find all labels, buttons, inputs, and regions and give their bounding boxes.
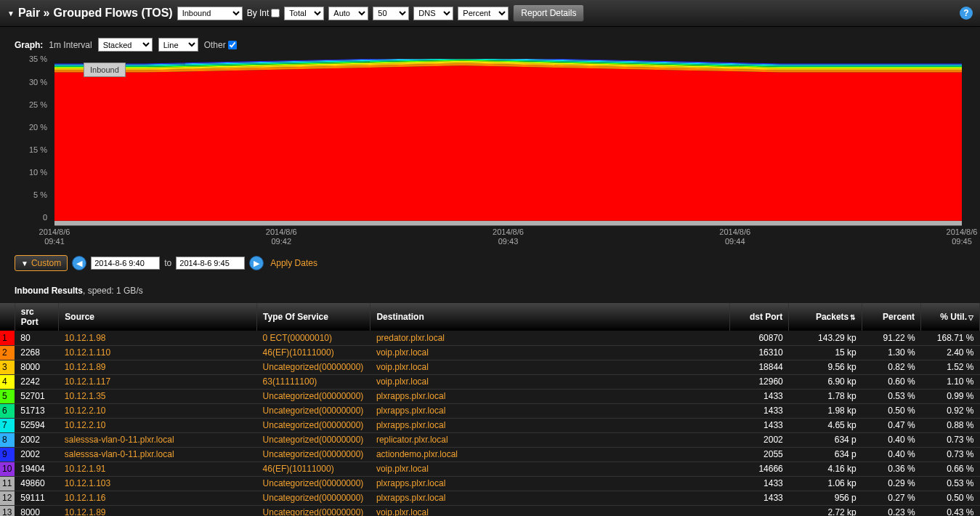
page-title[interactable]: ▼ Pair » Grouped Flows (TOS) (7, 7, 173, 20)
cell-util: 0.53 % (921, 476, 980, 491)
cell-source[interactable]: salesssa-vlan-0-11.plxr.local (59, 432, 257, 447)
cell-tos[interactable]: Uncategorized(00000000) (257, 447, 370, 461)
prev-range-button[interactable]: ◀ (72, 256, 86, 270)
cell-source[interactable]: 10.12.1.98 (59, 331, 257, 345)
custom-range-button[interactable]: ▼ Custom (15, 255, 68, 271)
ytick-label: 10 % (29, 168, 47, 177)
xtick-label: 2014/8/609:42 (266, 227, 297, 246)
limit-select[interactable]: 50 (373, 7, 409, 20)
col-srcport[interactable]: src Port (15, 303, 59, 331)
cell-source[interactable]: 10.12.2.10 (59, 418, 257, 432)
direction-select[interactable]: Inbound (177, 7, 243, 20)
col-dstport[interactable]: dst Port (730, 303, 789, 331)
table-row[interactable]: 92002salesssa-vlan-0-11.plxr.localUncate… (0, 447, 980, 461)
cell-percent: 0.47 % (862, 418, 921, 432)
to-date-input[interactable] (176, 257, 245, 270)
line-select[interactable]: Line (158, 38, 198, 52)
cell-percent: 0.40 % (862, 447, 921, 461)
cell-dest[interactable]: plxrapps.plxr.local (370, 476, 730, 491)
cell-source[interactable]: 10.12.1.91 (59, 461, 257, 476)
cell-dest[interactable]: actiondemo.plxr.local (370, 447, 730, 461)
table-row[interactable]: 4224210.12.1.11763(11111100)voip.plxr.lo… (0, 374, 980, 389)
from-date-input[interactable] (91, 257, 160, 270)
col-percent[interactable]: Percent (862, 303, 921, 331)
cell-tos[interactable]: Uncategorized(00000000) (257, 389, 370, 403)
cell-packets: 956 p (789, 491, 862, 505)
row-color-cell: 5 (0, 389, 15, 403)
row-color-cell: 8 (0, 432, 15, 447)
cell-tos[interactable]: Uncategorized(00000000) (257, 418, 370, 432)
apply-dates-link[interactable]: Apply Dates (270, 258, 317, 268)
cell-util: 0.73 % (921, 432, 980, 447)
cell-source[interactable]: 10.12.1.117 (59, 374, 257, 389)
stacked-select[interactable]: Stacked (98, 38, 153, 52)
cell-tos[interactable]: 63(11111100) (257, 374, 370, 389)
cell-source[interactable]: 10.12.1.89 (59, 505, 257, 516)
dns-select[interactable]: DNS (413, 7, 453, 20)
col-source[interactable]: Source (59, 303, 257, 331)
chart-plot[interactable]: Inbound (54, 59, 962, 226)
table-row[interactable]: 125911110.12.1.16Uncategorized(00000000)… (0, 491, 980, 505)
col-tos[interactable]: Type Of Service (257, 303, 370, 331)
table-row[interactable]: 82002salesssa-vlan-0-11.plxr.localUncate… (0, 432, 980, 447)
cell-tos[interactable]: 46(EF)(10111000) (257, 461, 370, 476)
cell-tos[interactable]: Uncategorized(00000000) (257, 476, 370, 491)
row-color-cell: 6 (0, 403, 15, 418)
cell-tos[interactable]: 0 ECT(00000010) (257, 331, 370, 345)
cell-percent: 1.30 % (862, 345, 921, 360)
cell-dest[interactable]: predator.plxr.local (370, 331, 730, 345)
cell-source[interactable]: 10.12.1.103 (59, 476, 257, 491)
col-destination[interactable]: Destination (370, 303, 730, 331)
table-row[interactable]: 114986010.12.1.103Uncategorized(00000000… (0, 476, 980, 491)
byint-checkbox[interactable] (271, 9, 280, 17)
report-details-button[interactable]: Report Details (513, 4, 584, 22)
cell-dest[interactable]: voip.plxr.local (370, 345, 730, 360)
title-prefix: Pair » (18, 7, 50, 20)
cell-util: 2.40 % (921, 345, 980, 360)
cell-dest[interactable]: plxrapps.plxr.local (370, 418, 730, 432)
table-row[interactable]: 65171310.12.2.10Uncategorized(00000000)p… (0, 403, 980, 418)
xtick-label: 2014/8/609:41 (39, 227, 70, 246)
cell-tos[interactable]: Uncategorized(00000000) (257, 360, 370, 374)
cell-srcport: 52701 (15, 389, 59, 403)
cell-source[interactable]: 10.12.1.35 (59, 389, 257, 403)
table-row[interactable]: 2226810.12.1.11046(EF)(10111000)voip.plx… (0, 345, 980, 360)
cell-dest[interactable]: voip.plxr.local (370, 374, 730, 389)
table-row[interactable]: 3800010.12.1.89Uncategorized(00000000)vo… (0, 360, 980, 374)
cell-source[interactable]: 10.12.1.89 (59, 360, 257, 374)
table-row[interactable]: 101940410.12.1.9146(EF)(10111000)voip.pl… (0, 461, 980, 476)
cell-dest[interactable]: voip.plxr.local (370, 505, 730, 516)
next-range-button[interactable]: ▶ (249, 256, 264, 270)
cell-source[interactable]: 10.12.2.10 (59, 403, 257, 418)
cell-srcport: 51713 (15, 403, 59, 418)
table-row[interactable]: 18010.12.1.980 ECT(00000010)predator.plx… (0, 331, 980, 345)
other-checkbox[interactable] (228, 41, 237, 49)
cell-dest[interactable]: plxrapps.plxr.local (370, 389, 730, 403)
cell-dest[interactable]: voip.plxr.local (370, 360, 730, 374)
total-select[interactable]: Total (284, 7, 324, 20)
cell-tos[interactable]: Uncategorized(00000000) (257, 505, 370, 516)
col-util[interactable]: % Util.▽ (921, 303, 980, 331)
cell-tos[interactable]: 46(EF)(10111000) (257, 345, 370, 360)
cell-source[interactable]: salesssa-vlan-0-11.plxr.local (59, 447, 257, 461)
help-icon[interactable]: ? (960, 7, 973, 20)
auto-select[interactable]: Auto (328, 7, 368, 20)
col-index[interactable] (0, 303, 15, 331)
col-packets[interactable]: Packets⇅ (789, 303, 862, 331)
cell-tos[interactable]: Uncategorized(00000000) (257, 491, 370, 505)
cell-dest[interactable]: replicator.plxr.local (370, 432, 730, 447)
cell-dest[interactable]: voip.plxr.local (370, 461, 730, 476)
cell-source[interactable]: 10.12.1.110 (59, 345, 257, 360)
table-row[interactable]: 55270110.12.1.35Uncategorized(00000000)p… (0, 389, 980, 403)
cell-source[interactable]: 10.12.1.16 (59, 491, 257, 505)
cell-tos[interactable]: Uncategorized(00000000) (257, 403, 370, 418)
cell-dest[interactable]: plxrapps.plxr.local (370, 403, 730, 418)
cell-tos[interactable]: Uncategorized(00000000) (257, 432, 370, 447)
table-row[interactable]: 13800010.12.1.89Uncategorized(00000000)v… (0, 505, 980, 516)
cell-srcport: 2242 (15, 374, 59, 389)
cell-srcport: 49860 (15, 476, 59, 491)
table-row[interactable]: 75259410.12.2.10Uncategorized(00000000)p… (0, 418, 980, 432)
percent-select[interactable]: Percent (458, 7, 509, 20)
graph-label: Graph: (15, 40, 43, 50)
cell-dest[interactable]: plxrapps.plxr.local (370, 491, 730, 505)
